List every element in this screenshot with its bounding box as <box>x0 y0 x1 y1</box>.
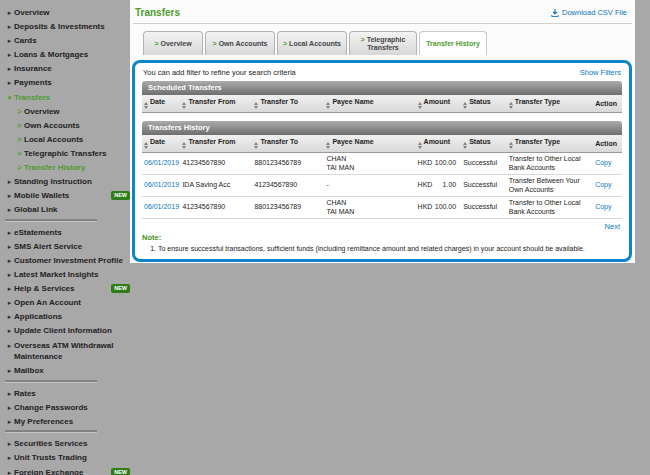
sidebar-item-open-an-account[interactable]: ▸Open An Account <box>5 297 130 309</box>
currency-code: HKD <box>418 203 433 212</box>
transfers-history-header: Transfers History <box>142 121 622 135</box>
triangle-right-icon: ▸ <box>5 283 14 295</box>
sidebar-item-update-client-information[interactable]: ▸Update Client Information <box>5 325 130 337</box>
sidebar-item-label: Global Link <box>14 204 130 216</box>
column-label: Payee Name <box>332 98 373 105</box>
chevron-right-icon: > <box>15 106 24 118</box>
sidebar-item-sms-alert-service[interactable]: ▸SMS Alert Service <box>5 241 130 253</box>
amount-value: 100.00 <box>435 159 456 168</box>
sidebar-item-label: eStatements <box>14 227 130 239</box>
sort-icon <box>418 102 422 109</box>
sidebar-item-own-accounts[interactable]: >Own Accounts <box>15 120 130 132</box>
date-link[interactable]: 06/01/2019 <box>144 159 179 166</box>
sidebar-item-estatements[interactable]: ▸eStatements <box>5 227 130 239</box>
column-header-date[interactable]: Date <box>142 95 180 113</box>
tab-own-accounts[interactable]: >Own Accounts <box>205 31 275 55</box>
sidebar-item-cards[interactable]: ▸Cards <box>5 35 130 47</box>
next-page-link[interactable]: Next <box>605 222 620 231</box>
column-header-transfer-from[interactable]: Transfer From <box>180 135 252 153</box>
column-label: Action <box>595 140 617 147</box>
sidebar-item-payments[interactable]: ▸Payments <box>5 77 130 89</box>
date-link[interactable]: 06/01/2019 <box>144 181 179 188</box>
column-header-transfer-to[interactable]: Transfer To <box>252 95 324 113</box>
cell-transfer-type: Transfer Between Your Own Accounts <box>507 175 593 197</box>
copy-link[interactable]: Copy <box>595 159 611 166</box>
cell-transfer-to: 880123456789 <box>252 197 324 219</box>
sidebar-item-label: Open An Account <box>14 297 130 309</box>
column-label: Payee Name <box>332 138 373 145</box>
column-header-status[interactable]: Status <box>461 95 507 113</box>
sidebar-item-label: Local Accounts <box>24 134 130 146</box>
column-header-payee-name[interactable]: Payee Name <box>324 135 415 153</box>
tab-transfer-history[interactable]: Transfer History <box>419 31 487 55</box>
sidebar-item-foreign-exchange[interactable]: ▸Foreign ExchangeNEW <box>5 467 130 475</box>
column-header-transfer-from[interactable]: Transfer From <box>180 95 252 113</box>
sidebar-item-my-preferences[interactable]: ▸My Preferences <box>5 416 130 428</box>
column-label: Transfer From <box>188 98 235 105</box>
copy-link[interactable]: Copy <box>595 203 611 210</box>
cell-transfer-type: Transfer to Other Local Bank Accounts <box>507 197 593 219</box>
date-link[interactable]: 06/01/2019 <box>144 203 179 210</box>
sidebar-item-change-passwords[interactable]: ▸Change Passwords <box>5 402 130 414</box>
show-filters-link[interactable]: Show Filters <box>580 68 621 77</box>
column-header-amount[interactable]: Amount <box>416 95 462 113</box>
tab-overview[interactable]: >Overview <box>143 31 203 55</box>
triangle-right-icon: ▸ <box>5 297 14 309</box>
column-header-status[interactable]: Status <box>461 135 507 153</box>
sidebar-item-global-link[interactable]: ▸Global Link <box>5 204 130 216</box>
page: { "page": { "title": "Transfers", "downl… <box>0 0 650 475</box>
sidebar-item-overview[interactable]: >Overview <box>15 106 130 118</box>
sidebar-item-transfer-history[interactable]: >Transfer History <box>15 162 130 174</box>
triangle-right-icon: ▸ <box>5 63 14 75</box>
column-header-transfer-type[interactable]: Transfer Type <box>507 135 593 153</box>
sidebar-item-local-accounts[interactable]: >Local Accounts <box>15 134 130 146</box>
filter-row: You can add filter to refine your search… <box>143 68 621 77</box>
sidebar-item-help-services[interactable]: ▸Help & ServicesNEW <box>5 283 130 295</box>
sidebar-item-loans-mortgages[interactable]: ▸Loans & Mortgages <box>5 49 130 61</box>
sidebar-item-mailbox[interactable]: ▸Mailbox <box>5 365 130 377</box>
column-header-date[interactable]: Date <box>142 135 180 153</box>
triangle-right-icon: ▸ <box>5 452 14 464</box>
column-header-payee-name[interactable]: Payee Name <box>324 95 415 113</box>
sidebar-item-transfers[interactable]: ▾Transfers <box>5 92 130 104</box>
tab-telegraphic-transfers[interactable]: >Telegraphic Transfers <box>349 31 417 55</box>
column-header-transfer-to[interactable]: Transfer To <box>252 135 324 153</box>
download-csv-link[interactable]: Download CSV File <box>551 8 627 17</box>
sidebar-item-rates[interactable]: ▸Rates <box>5 388 130 400</box>
chevron-right-icon: > <box>15 148 24 160</box>
sidebar-item-unit-trusts-trading[interactable]: ▸Unit Trusts Trading <box>5 452 130 464</box>
sort-icon <box>418 142 422 149</box>
sidebar-divider <box>5 430 97 433</box>
chevron-right-icon: > <box>283 40 287 47</box>
column-header-transfer-type[interactable]: Transfer Type <box>507 95 593 113</box>
sidebar-item-customer-investment-profile[interactable]: ▸Customer Investment Profile <box>5 255 130 267</box>
sidebar-item-label: Overview <box>14 7 130 19</box>
sidebar-item-applications[interactable]: ▸Applications <box>5 311 130 323</box>
sidebar-item-insurance[interactable]: ▸Insurance <box>5 63 130 75</box>
sidebar-item-latest-market-insights[interactable]: ▸Latest Market Insights <box>5 269 130 281</box>
copy-link[interactable]: Copy <box>595 181 611 188</box>
column-header-amount[interactable]: Amount <box>416 135 462 153</box>
triangle-right-icon: ▸ <box>5 311 14 323</box>
main-content: Transfers Download CSV File >Overview >O… <box>130 0 635 263</box>
sidebar-item-label: Insurance <box>14 63 130 75</box>
page-title: Transfers <box>135 7 180 18</box>
column-label: Amount <box>424 98 450 105</box>
download-icon <box>551 9 559 17</box>
sidebar-item-securities-services[interactable]: ▸Securities Services <box>5 438 130 450</box>
sidebar-item-overseas-atm-withdrawal-maintenance[interactable]: ▸Overseas ATM Withdrawal Maintenance <box>5 340 130 363</box>
tab-local-accounts[interactable]: >Local Accounts <box>277 31 347 55</box>
scheduled-column-header-row: DateTransfer FromTransfer ToPayee NameAm… <box>142 95 622 113</box>
new-badge: NEW <box>111 468 130 475</box>
sidebar-item-mobile-wallets[interactable]: ▸Mobile WalletsNEW <box>5 190 130 202</box>
sidebar-item-overview[interactable]: ▸Overview <box>5 7 130 19</box>
column-header-action: Action <box>593 95 622 113</box>
sort-icon <box>509 142 513 149</box>
sidebar-item-standing-instruction[interactable]: ▸Standing Instruction <box>5 176 130 188</box>
sidebar-item-telegraphic-transfers[interactable]: >Telegraphic Transfers <box>15 148 130 160</box>
cell-action: Copy <box>593 153 622 175</box>
column-label: Transfer Type <box>515 98 560 105</box>
column-label: Date <box>150 98 165 105</box>
sidebar-item-deposits-investments[interactable]: ▸Deposits & Investments <box>5 21 130 33</box>
sort-icon <box>182 102 186 109</box>
